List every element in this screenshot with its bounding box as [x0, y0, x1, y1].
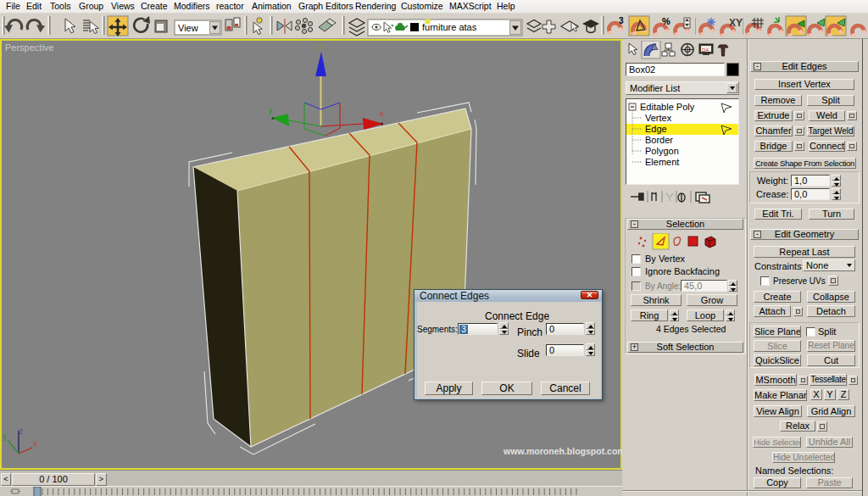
svg-text:furniture atas: furniture atas [422, 22, 477, 32]
svg-text:Border: Border [645, 135, 673, 145]
svg-text:x: x [380, 109, 384, 118]
svg-text:y: y [3, 432, 7, 441]
svg-text:Vertex: Vertex [645, 113, 672, 123]
svg-text:%: % [662, 16, 670, 26]
svg-text:z: z [318, 42, 322, 51]
svg-text:Edge: Edge [645, 124, 667, 134]
svg-text:Editable Poly: Editable Poly [640, 102, 695, 112]
svg-text:Element: Element [645, 157, 679, 167]
svg-text:y: y [269, 106, 273, 114]
svg-text:View: View [178, 23, 198, 33]
svg-text:3: 3 [619, 16, 624, 25]
svg-text:DA: DA [702, 47, 709, 53]
svg-text:x: x [33, 439, 37, 449]
svg-text:XY: XY [729, 17, 743, 29]
svg-text:Polygon: Polygon [645, 146, 679, 156]
svg-text:z: z [19, 426, 23, 436]
